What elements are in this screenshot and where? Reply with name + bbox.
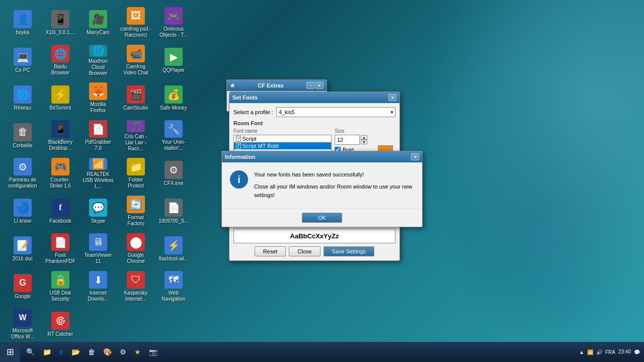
icon-manycam[interactable]: 🎥 ManyCam (80, 5, 116, 40)
format-factory-icon: 🔄 (127, 196, 145, 213)
icon-pdfgrabber[interactable]: 📄 PdfGrabber 7.0 (80, 118, 116, 153)
icon-usb-disk[interactable]: 🔒 USB Disk Security (43, 269, 78, 304)
taskbar-cf-star[interactable]: ★ (130, 343, 145, 361)
icon-label-folder-protect: Folder Protect (120, 177, 151, 189)
taskbar-clock: 23:40 (618, 348, 631, 355)
set-fonts-close-btn[interactable]: ✕ (388, 94, 396, 101)
icon-folder-protect[interactable]: 📁 Folder Protect (118, 156, 153, 191)
icon-2016doc[interactable]: 📝 2016 doc (5, 231, 40, 266)
icon-foxit[interactable]: 📄 Foxit PhantomPDF (43, 231, 78, 266)
close-button[interactable]: Close (289, 246, 320, 256)
taskbar-recycle[interactable]: 🗑 (84, 343, 99, 361)
icon-ce-pc[interactable]: 💻 Ce PC (5, 43, 40, 78)
start-button[interactable]: ⊞ (0, 342, 20, 362)
icon-format-factory[interactable]: 🔄 Format Factory (118, 194, 153, 229)
icon-flashtool[interactable]: ⚡ flashtool-wi... (156, 231, 191, 266)
icon-realtek[interactable]: 📶 REALTEK USB Wireless L... (80, 156, 116, 191)
icon-label-cfx-exe: CFX.exe (164, 180, 184, 187)
icon-teamviewer[interactable]: 🖥 TeamViewer 11 (80, 231, 116, 266)
icon-label-ce-pc: Ce PC (15, 67, 30, 73)
room-size-input[interactable]: 12 (335, 135, 360, 145)
icon-rt-catcher[interactable]: 🎯 RT Catcher (43, 307, 78, 342)
icon-label-pdfgrabber: PdfGrabber 7.0 (83, 139, 114, 151)
cf-extras-controls: ─ ✕ (306, 82, 324, 89)
info-icon-circle: i (230, 170, 248, 189)
google-icon: G (14, 274, 32, 292)
room-font-item-script-bold[interactable]: T Script MT Bold (234, 142, 331, 149)
rt-catcher-icon: 🎯 (51, 312, 69, 330)
room-size-down[interactable]: ▼ (361, 140, 367, 144)
2016doc-icon: 📝 (14, 236, 32, 254)
icon-internet-download[interactable]: ⬇ Internet Downlo... (80, 269, 116, 304)
cf-extras-minimize-btn[interactable]: ─ (306, 82, 314, 89)
info-line1: Your new fonts has been saved successful… (254, 170, 414, 179)
icon-label-camfrog-psd: camfrog psd - Raccourci (120, 26, 151, 38)
icon-qqplayer[interactable]: ▶ QQPlayer (156, 43, 191, 78)
icon-ominous[interactable]: 🎮 Ominous Objects - T... (156, 5, 191, 40)
room-font-item-script[interactable]: ? Script (234, 135, 331, 142)
windows-logo-icon: ⊞ (7, 346, 14, 357)
icon-cris-cab[interactable]: 🎵 Cris Cab - Liar Liar - Racc... (118, 118, 153, 153)
icon-label-camstudio: CamStudio (123, 105, 148, 111)
icon-x10i[interactable]: 📱 X10i_3.0.1.... (43, 5, 78, 40)
teamviewer-icon: 🖥 (89, 233, 107, 251)
li-know-icon: 🔵 (14, 199, 32, 217)
icon-panneau[interactable]: ⚙ Panneau de configuration (5, 156, 40, 191)
icon-camfrog-video[interactable]: 📹 Camfrog Video Chat (118, 43, 153, 78)
icon-corbeille[interactable]: 🗑 Corbeille (5, 118, 40, 153)
cf-extras-titlebar[interactable]: ★ CF Extras ─ ✕ (227, 80, 327, 91)
icon-kaspersky[interactable]: 🛡 Kaspersky Internet... (118, 269, 153, 304)
cris-cab-icon: 🎵 (127, 120, 145, 132)
icon-google[interactable]: G Google (5, 269, 40, 304)
icon-label-microsoft-office: Microsoft Office W... (7, 328, 38, 340)
icon-camstudio[interactable]: 🎬 CamStudio (118, 80, 153, 116)
taskbar-app-paint[interactable]: 🎨 (99, 343, 116, 361)
icon-boyka[interactable]: 👤 boyka (5, 5, 40, 40)
cf-extras-close-btn[interactable]: ✕ (315, 82, 324, 89)
icon-label-skype: Skype (91, 218, 105, 224)
reset-button[interactable]: Reset (255, 246, 286, 256)
info-titlebar[interactable]: Information ✕ (222, 151, 422, 162)
info-close-btn[interactable]: ✕ (411, 153, 419, 160)
icon-google-chrome[interactable]: ⬤ Google Chrome (118, 231, 153, 266)
icon-label-x10i: X10i_3.0.1.... (46, 30, 75, 36)
ok-button[interactable]: OK (302, 213, 342, 223)
font-name-script-bold: Script MT Bold (243, 143, 279, 149)
icon-mozilla[interactable]: 🦊 Mozilla Firefox (80, 80, 116, 116)
icon-counter-strike[interactable]: 🎮 Counter-Strike 1.6 (43, 156, 78, 191)
icon-facebook[interactable]: f Facebook (43, 194, 78, 229)
profile-select[interactable]: 4_kis5 ▼ (276, 107, 395, 117)
icon-skype[interactable]: 💬 Skype (80, 194, 116, 229)
information-dialog: Information ✕ i Your new fonts has been … (221, 151, 423, 227)
icon-1909705[interactable]: 📄 1909705_S... (156, 194, 191, 229)
icon-uninstaller[interactable]: 🔧 Your Unin-staller!... (156, 118, 191, 153)
taskbar-search[interactable]: 🔍 (22, 343, 39, 361)
icon-microsoft-office[interactable]: W Microsoft Office W... (5, 307, 40, 342)
icon-label-safe-money: Safe Money (160, 105, 187, 111)
taskbar-folder[interactable]: 📂 (67, 343, 84, 361)
taskbar-file-explorer[interactable]: 📁 (39, 343, 55, 361)
room-size-up[interactable]: ▲ (361, 135, 367, 140)
icon-bittorrent[interactable]: ⚡ BitTorrent (43, 80, 78, 116)
taskbar-ie[interactable]: e (55, 343, 67, 361)
taskbar-app-settings[interactable]: ⚙ (116, 343, 130, 361)
icon-web-navigation[interactable]: 🗺 Web Navigation (156, 269, 191, 304)
icon-blackberry[interactable]: 📱 BlackBerry Desktop... (43, 118, 78, 153)
icon-maxthon[interactable]: 🌐 Maxthon Cloud Browser (80, 43, 116, 78)
icon-camfrog-psd[interactable]: 🖼 camfrog psd - Raccourci (118, 5, 153, 40)
icon-label-1909705: 1909705_S... (158, 218, 189, 224)
icon-label-manycam: ManyCam (87, 30, 110, 36)
notification-icon[interactable]: 💬 (634, 349, 640, 355)
cf-extras-title-text: CF Extras (258, 82, 283, 88)
tray-arrow-icon[interactable]: ▲ (579, 349, 584, 355)
icon-li-know[interactable]: 🔵 LI know (5, 194, 40, 229)
save-settings-button[interactable]: Save Settings (324, 246, 375, 256)
icon-baidu[interactable]: 🌐 Baidu Browser (43, 43, 78, 78)
icon-safe-money[interactable]: 💰 Safe Money (156, 80, 191, 116)
icon-label-blackberry: BlackBerry Desktop... (45, 139, 76, 151)
icon-label-panneau: Panneau de configuration (7, 177, 38, 189)
set-fonts-titlebar[interactable]: Set Fonts ✕ (229, 92, 399, 103)
taskbar-camera[interactable]: 📷 (145, 343, 162, 361)
icon-cfx-exe[interactable]: ⚙ CFX.exe (156, 156, 191, 191)
icon-reseau[interactable]: 🌐 Réseau (5, 80, 40, 116)
